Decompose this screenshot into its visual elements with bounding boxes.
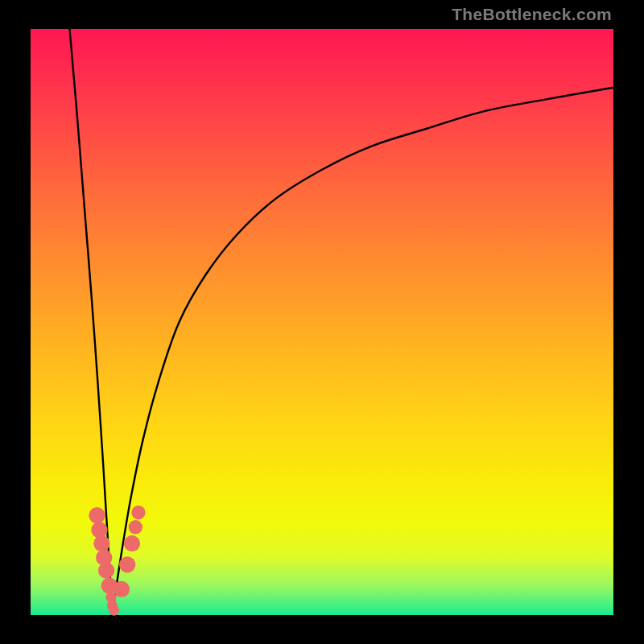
plot-area [31,29,613,615]
plot-svg [31,29,613,615]
chart-frame: TheBottleneck.com [0,0,644,644]
marker-dot [124,535,140,551]
marker-dot [129,520,142,534]
marker-dot [119,556,135,572]
marker-dot [109,605,119,616]
marker-dot [98,563,114,579]
marker-dot [131,506,145,519]
watermark-text: TheBottleneck.com [452,5,612,24]
series-right-branch [112,88,613,615]
marker-cluster [89,506,145,616]
marker-dot [89,507,105,523]
marker-dot [93,535,109,551]
marker-dot [114,581,130,597]
